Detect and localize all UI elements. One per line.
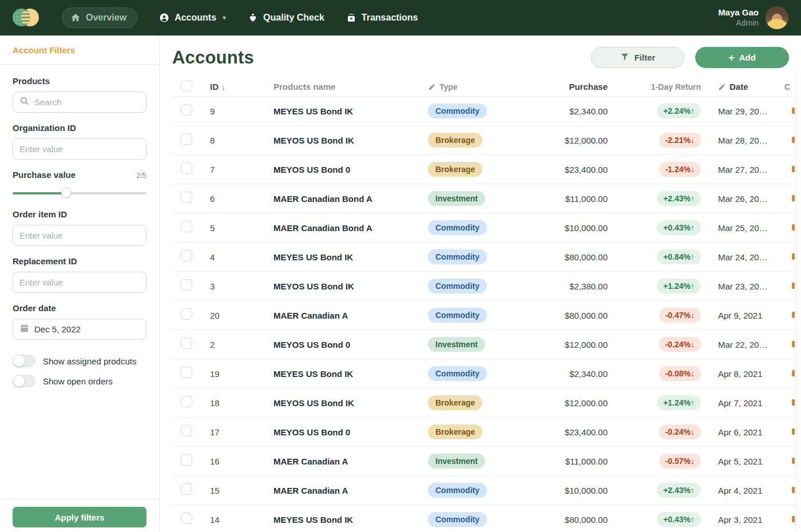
cell-product-name: MEYES US Bond IK (270, 252, 423, 262)
show-assigned-products-toggle[interactable] (13, 355, 35, 367)
cell-date: Mar 28, 20… (701, 136, 778, 145)
cell-id: 9 (210, 106, 215, 116)
order-item-id-label: Order item ID (13, 209, 146, 219)
cell-purchase: $80,000.00 (510, 515, 609, 525)
cell-product-name: MAER Canadian Bond A (270, 194, 423, 204)
row-checkbox[interactable] (181, 308, 192, 320)
return-badge: +0.43%↑ (657, 220, 701, 235)
table-row[interactable]: 9 MEYES US Bond IK Commodity $2,340.00 +… (172, 97, 795, 126)
select-all-checkbox[interactable] (181, 80, 192, 92)
row-checkbox[interactable] (181, 513, 192, 524)
table-row[interactable]: 18 MEYOS US Bond IK Brokerage $12,000.00… (172, 388, 795, 418)
table-row[interactable]: 15 MAER Canadian A Commodity $10,000.00 … (172, 476, 795, 505)
home-icon (70, 13, 81, 23)
header-date[interactable]: Date (701, 82, 778, 92)
truncated-cell-fragment (792, 224, 795, 231)
main-navigation: Overview Accounts ▾ Quality Check Transa… (62, 7, 418, 28)
return-badge: +1.24%↑ (657, 395, 701, 410)
table-row[interactable]: 6 MAER Canadian Bond A Investment $11,00… (172, 184, 795, 213)
nav-item-transactions[interactable]: Transactions (346, 13, 418, 23)
nav-item-accounts[interactable]: Accounts ▾ (159, 13, 226, 23)
row-checkbox[interactable] (181, 221, 192, 232)
user-avatar[interactable] (766, 6, 788, 29)
table-row[interactable]: 20 MAER Canadian A Commodity $80,000.00 … (172, 301, 795, 330)
row-checkbox[interactable] (181, 104, 192, 116)
return-badge: +1.24%↑ (657, 279, 701, 293)
nav-item-quality-check[interactable]: Quality Check (248, 13, 324, 23)
table-row[interactable]: 5 MAER Canadian Bond A Commodity $10,000… (172, 213, 795, 243)
show-open-orders-toggle[interactable] (13, 375, 35, 387)
header-purchase[interactable]: Purchase (510, 82, 609, 92)
calendar-icon (19, 323, 29, 335)
type-badge: Brokerage (428, 133, 482, 148)
truncated-cell-fragment (792, 108, 795, 114)
header-id[interactable]: ID ↓ (201, 82, 270, 92)
scroll-gutter[interactable] (796, 71, 801, 532)
order-date-input[interactable] (34, 324, 140, 334)
app-logo[interactable] (13, 9, 39, 27)
filter-button-label: Filter (635, 53, 656, 62)
row-checkbox[interactable] (181, 338, 192, 349)
table-row[interactable]: 8 MEYOS US Bond IK Brokerage $12,000.00 … (172, 126, 795, 155)
row-checkbox[interactable] (181, 454, 192, 466)
truncated-cell-fragment (792, 370, 795, 376)
filter-button[interactable]: Filter (591, 47, 684, 68)
cell-id: 3 (210, 281, 215, 291)
table-row[interactable]: 19 MEYES US Bond IK Commodity $2,340.00 … (172, 359, 795, 388)
table-row[interactable]: 2 MEYOS US Bond 0 Investment $12,000.00 … (172, 330, 795, 359)
table-row[interactable]: 3 MEYOS US Bond IK Commodity $2,380.00 +… (172, 272, 795, 301)
cell-product-name: MEYES US Bond IK (270, 369, 423, 379)
table-row[interactable]: 16 MAER Canadian A Investment $11,000.00… (172, 447, 795, 476)
replacement-id-input[interactable] (19, 277, 140, 287)
header-products-name[interactable]: Products name (270, 82, 423, 92)
header-type[interactable]: Type (423, 82, 510, 92)
row-checkbox[interactable] (181, 396, 192, 407)
type-badge: Commodity (428, 279, 487, 293)
cell-product-name: MAER Canadian A (270, 486, 423, 495)
cell-purchase: $11,000.00 (510, 194, 609, 204)
cell-purchase: $23,400.00 (510, 165, 609, 174)
return-badge: -0.08%↓ (659, 366, 701, 381)
row-checkbox[interactable] (181, 279, 192, 291)
row-checkbox[interactable] (181, 133, 192, 145)
page-title: Accounts (172, 47, 254, 68)
type-badge: Commodity (428, 220, 487, 235)
cell-date: Mar 27, 20… (701, 165, 778, 174)
cell-product-name: MEYES US Bond IK (270, 106, 423, 116)
slider-thumb[interactable] (61, 188, 72, 198)
header-type-label: Type (439, 82, 458, 92)
row-checkbox[interactable] (181, 250, 192, 261)
header-date-label: Date (729, 82, 748, 92)
header-truncated[interactable]: C (778, 82, 795, 92)
table-row[interactable]: 7 MEYOS US Bond 0 Brokerage $23,400.00 -… (172, 155, 795, 184)
table-row[interactable]: 4 MEYES US Bond IK Commodity $80,000.00 … (172, 243, 795, 272)
row-checkbox[interactable] (181, 162, 192, 174)
table-body: 9 MEYES US Bond IK Commodity $2,340.00 +… (172, 97, 795, 532)
organization-id-input[interactable] (19, 144, 140, 154)
row-checkbox[interactable] (181, 483, 192, 495)
cell-date: Mar 26, 20… (701, 194, 778, 204)
main-content: Accounts Filter + Add ID ↓ (160, 35, 801, 532)
row-checkbox[interactable] (181, 192, 192, 203)
funnel-icon (620, 52, 629, 63)
replacement-id-field (13, 272, 146, 293)
row-checkbox[interactable] (181, 425, 192, 436)
sort-desc-icon[interactable]: ↓ (221, 82, 225, 92)
return-badge: -0.47%↓ (659, 308, 701, 323)
order-date-field[interactable] (13, 319, 146, 340)
header-one-day-return[interactable]: 1-Day Return (609, 82, 701, 92)
apply-filters-button[interactable]: Apply filters (13, 507, 146, 527)
type-badge: Commodity (428, 366, 487, 381)
add-button-label: Add (739, 53, 756, 62)
add-button[interactable]: + Add (695, 47, 789, 68)
truncated-cell-fragment (792, 487, 795, 493)
order-item-id-input[interactable] (19, 231, 140, 240)
table-row[interactable]: 17 MEYOS US Bond 0 Brokerage $23,400.00 … (172, 418, 795, 447)
purchase-value-slider[interactable] (13, 188, 146, 198)
table-row[interactable]: 14 MEYES US Bond IK Commodity $80,000.00… (172, 505, 795, 532)
products-search-input[interactable] (34, 97, 140, 107)
nav-item-overview[interactable]: Overview (62, 7, 137, 28)
cell-product-name: MAER Canadian A (270, 311, 423, 320)
row-checkbox[interactable] (181, 367, 192, 378)
truncated-cell-fragment (792, 283, 795, 289)
